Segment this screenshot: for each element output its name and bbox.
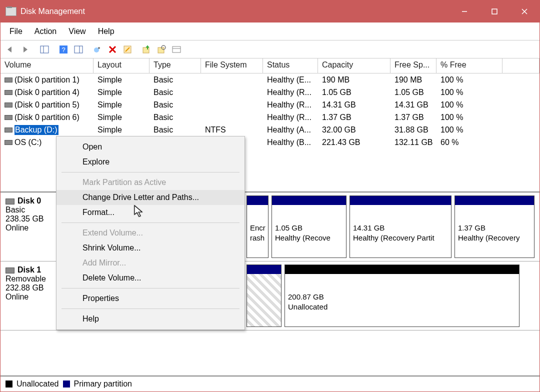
disk-0-name: Disk 0: [18, 196, 41, 205]
col-type[interactable]: Type: [150, 58, 201, 73]
context-menu: Open Explore Mark Partition as Active Ch…: [56, 136, 245, 330]
col-spacer: [502, 58, 540, 73]
partition[interactable]: 14.31 GBHealthy (Recovery Partit: [350, 196, 452, 258]
ctx-explore[interactable]: Explore: [56, 154, 244, 170]
svg-rect-1: [492, 9, 497, 14]
col-pct-free[interactable]: % Free: [436, 58, 502, 73]
back-button[interactable]: [4, 42, 18, 56]
help-icon[interactable]: ?: [56, 42, 70, 56]
legend-swatch-primary: [63, 380, 70, 388]
table-row[interactable]: (Disk 0 partition 1)SimpleBasicHealthy (…: [0, 74, 540, 86]
partition[interactable]: 1.37 GBHealthy (Recovery: [454, 196, 534, 258]
status-bar: Unallocated Primary partition: [0, 376, 540, 392]
minimize-button[interactable]: [450, 0, 480, 22]
settings-button[interactable]: [170, 42, 184, 56]
svg-point-11: [98, 47, 100, 49]
properties-button[interactable]: [120, 42, 134, 56]
col-file-system[interactable]: File System: [201, 58, 263, 73]
partition[interactable]: 1.05 GBHealthy (Recove: [272, 196, 346, 258]
partition[interactable]: Encrrash: [246, 196, 268, 258]
window-title: Disk Management: [20, 7, 450, 16]
titlebar: Disk Management: [0, 0, 540, 22]
menu-file[interactable]: File: [4, 25, 28, 38]
forward-button[interactable]: [18, 42, 32, 56]
svg-rect-8: [74, 46, 82, 53]
col-capacity[interactable]: Capacity: [318, 58, 390, 73]
ctx-help[interactable]: Help: [56, 312, 244, 326]
col-status[interactable]: Status: [263, 58, 318, 73]
partition[interactable]: 200.87 GBUnallocated: [284, 264, 520, 327]
table-row[interactable]: Backup (D:)SimpleBasicNTFSHealthy (A...3…: [0, 124, 540, 136]
ctx-add-mirror: Add Mirror...: [56, 256, 244, 270]
toolbar: ?: [0, 40, 540, 58]
close-button[interactable]: [510, 0, 540, 22]
menu-view[interactable]: View: [62, 25, 92, 38]
table-row[interactable]: (Disk 0 partition 4)SimpleBasicHealthy (…: [0, 86, 540, 98]
svg-rect-4: [40, 46, 48, 53]
app-icon: [6, 7, 16, 16]
delete-icon[interactable]: [106, 42, 120, 56]
ctx-shrink-volume[interactable]: Shrink Volume...: [56, 240, 244, 256]
disk-1-name: Disk 1: [18, 266, 41, 274]
disk-icon: [6, 198, 14, 204]
ctx-open[interactable]: Open: [56, 140, 244, 154]
show-hide-console-tree-button[interactable]: [38, 42, 52, 56]
disk-icon: [6, 268, 14, 274]
legend-primary: Primary partition: [74, 380, 132, 388]
window: Disk Management File Action View Help ? …: [0, 0, 540, 392]
ctx-change-drive-letter[interactable]: Change Drive Letter and Paths...: [56, 190, 244, 205]
menu-help[interactable]: Help: [92, 25, 120, 38]
menu-action[interactable]: Action: [28, 25, 62, 38]
maximize-button[interactable]: [480, 0, 510, 22]
col-free-space[interactable]: Free Sp...: [390, 58, 436, 73]
create-vhd-button[interactable]: [140, 42, 154, 56]
legend-swatch-unallocated: [6, 380, 12, 388]
volume-list-header: Volume Layout Type File System Status Ca…: [0, 58, 540, 74]
partition[interactable]: [246, 264, 282, 327]
ctx-separator: [62, 288, 240, 288]
menubar: File Action View Help: [0, 22, 540, 40]
ctx-properties[interactable]: Properties: [56, 291, 244, 306]
svg-rect-18: [172, 46, 180, 52]
col-volume[interactable]: Volume: [0, 58, 94, 73]
ctx-separator: [62, 308, 240, 309]
ctx-separator: [62, 172, 240, 172]
ctx-delete-volume[interactable]: Delete Volume...: [56, 270, 244, 286]
ctx-extend-volume: Extend Volume...: [56, 226, 244, 240]
legend-unallocated: Unallocated: [16, 380, 59, 388]
svg-text:?: ?: [62, 46, 65, 54]
refresh-button[interactable]: [90, 42, 104, 56]
ctx-format[interactable]: Format...: [56, 205, 244, 220]
svg-rect-15: [143, 48, 149, 53]
col-layout[interactable]: Layout: [94, 58, 150, 73]
table-row[interactable]: (Disk 0 partition 6)SimpleBasicHealthy (…: [0, 111, 540, 124]
attach-vhd-button[interactable]: [154, 42, 168, 56]
show-hide-action-pane-button[interactable]: [72, 42, 86, 56]
ctx-separator: [62, 222, 240, 223]
svg-rect-16: [158, 48, 164, 53]
ctx-mark-partition-active: Mark Partition as Active: [56, 175, 244, 190]
table-row[interactable]: (Disk 0 partition 5)SimpleBasicHealthy (…: [0, 98, 540, 111]
